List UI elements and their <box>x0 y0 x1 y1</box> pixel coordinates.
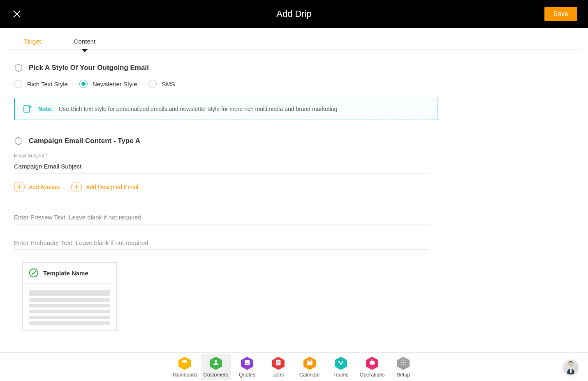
nav-customers[interactable]: Customers <box>201 354 231 380</box>
svg-point-27 <box>338 361 340 363</box>
nav-calendar[interactable]: Calendar <box>294 354 325 380</box>
modal-header: Add Drip Save <box>0 0 588 28</box>
radio-rich-text[interactable]: Rich Text Style <box>14 80 68 88</box>
page-title: Add Drip <box>276 9 312 19</box>
radio-circle-icon <box>148 80 157 88</box>
avatar[interactable] <box>563 360 578 374</box>
email-subject-label: Email Subject * <box>14 153 574 159</box>
style-heading-text: Pick A Style Of Your Outgoing Email <box>29 64 149 72</box>
radio-circle-icon <box>14 80 22 88</box>
hexagon-icon <box>14 136 23 145</box>
svg-point-10 <box>184 362 185 363</box>
svg-rect-14 <box>245 360 250 365</box>
svg-rect-35 <box>570 369 572 373</box>
nav-label: Jobs <box>273 372 284 378</box>
svg-rect-3 <box>24 106 30 112</box>
svg-point-29 <box>340 363 342 365</box>
nav-teams[interactable]: Teams <box>326 354 356 380</box>
preview-text-field <box>14 210 574 224</box>
svg-rect-23 <box>307 360 313 362</box>
email-subject-field: Email Subject * <box>14 153 574 173</box>
quotes-icon <box>240 356 254 370</box>
skeleton-line <box>29 290 110 296</box>
nav-jobs[interactable]: Jobs <box>263 354 294 380</box>
add-avatars-label: Add Avatars <box>29 184 60 190</box>
note-text: Use Rich text style for personalized ema… <box>59 106 338 112</box>
nav-setup[interactable]: Setup <box>388 354 419 380</box>
skeleton-line <box>29 298 110 302</box>
hexagon-icon <box>14 63 23 72</box>
preview-text-input[interactable] <box>14 210 429 224</box>
add-actions-row: Add Avatars Add Designed Email <box>14 182 574 192</box>
nav-operations[interactable]: Operations <box>357 354 387 380</box>
radio-sms[interactable]: SMS <box>148 80 175 88</box>
skeleton-line <box>29 310 110 313</box>
svg-point-12 <box>215 360 217 363</box>
chevron-down-icon <box>81 49 88 52</box>
template-card[interactable]: Template Name <box>22 262 117 331</box>
section-style-heading: Pick A Style Of Your Outgoing Email <box>14 63 574 72</box>
template-name-label: Template Name <box>43 270 88 277</box>
nav-quotes[interactable]: Quotes <box>232 354 262 380</box>
nav-label: Teams <box>333 372 349 378</box>
svg-rect-24 <box>308 360 309 361</box>
note-box: Note: Use Rich text style for personaliz… <box>14 98 438 120</box>
skeleton-line <box>29 304 110 307</box>
nav-label: Quotes <box>239 372 255 378</box>
check-circle-icon <box>29 268 38 277</box>
setup-icon <box>396 356 410 370</box>
tab-content[interactable]: Content <box>58 32 112 49</box>
svg-rect-25 <box>311 360 312 361</box>
email-subject-input[interactable] <box>14 159 429 173</box>
skeleton-line <box>29 316 110 319</box>
plus-circle-icon <box>71 182 82 192</box>
person-icon <box>566 360 575 374</box>
jobs-icon <box>271 356 285 370</box>
add-designed-email-label: Add Designed Email <box>86 184 138 190</box>
close-icon <box>13 10 21 18</box>
content-scroll[interactable]: Target Content Pick A Style Of Your Outg… <box>0 28 588 352</box>
radio-sms-label: SMS <box>162 81 175 88</box>
save-button[interactable]: Save <box>544 7 577 21</box>
tab-content-label: Content <box>74 38 96 45</box>
radio-newsletter-label: Newsletter Style <box>93 81 137 88</box>
svg-rect-31 <box>370 361 375 365</box>
svg-marker-4 <box>15 137 22 145</box>
nav-mainboard[interactable]: Mainboard <box>169 354 200 380</box>
operations-icon <box>365 356 379 370</box>
nav-label: Mainboard <box>172 372 197 378</box>
nav-label: Customers <box>204 372 228 378</box>
svg-marker-2 <box>15 64 22 72</box>
preheader-text-field <box>14 236 574 250</box>
customers-icon <box>209 356 223 370</box>
svg-rect-15 <box>245 363 249 364</box>
skeleton-line <box>29 321 110 325</box>
close-button[interactable] <box>11 8 23 20</box>
tab-target-label: Target <box>24 38 41 45</box>
preheader-text-input[interactable] <box>14 236 429 250</box>
section-campaign-heading: Campaign Email Content - Type A <box>14 136 574 145</box>
style-radio-group: Rich Text Style Newsletter Style SMS <box>14 80 574 88</box>
campaign-heading-text: Campaign Email Content - Type A <box>29 137 140 145</box>
template-card-header: Template Name <box>23 263 116 284</box>
teams-icon <box>334 356 348 370</box>
svg-point-33 <box>403 362 405 364</box>
nav-label: Setup <box>397 372 410 378</box>
svg-point-28 <box>342 361 344 363</box>
template-preview <box>23 284 116 330</box>
calendar-icon <box>303 356 317 370</box>
mainboard-icon <box>178 356 192 370</box>
add-designed-email-button[interactable]: Add Designed Email <box>71 182 138 192</box>
nav-label: Calendar <box>299 372 320 378</box>
radio-newsletter[interactable]: Newsletter Style <box>79 80 137 88</box>
plus-circle-icon <box>14 182 25 192</box>
add-avatars-button[interactable]: Add Avatars <box>14 182 60 192</box>
nav-label: Operations <box>359 372 384 378</box>
tab-bar: Target Content <box>7 32 581 49</box>
radio-rich-label: Rich Text Style <box>27 81 68 88</box>
tab-target[interactable]: Target <box>7 32 58 49</box>
bottom-nav: Mainboard Customers Quotes Jobs Calendar… <box>0 352 588 381</box>
edit-icon <box>23 104 32 114</box>
radio-circle-icon <box>79 80 88 88</box>
note-label: Note: <box>38 106 53 112</box>
